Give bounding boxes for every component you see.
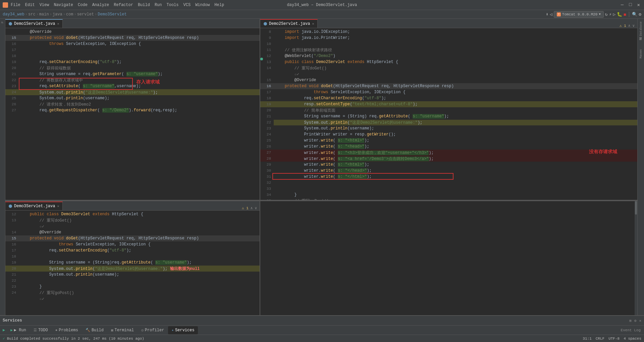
tomcat-dropdown[interactable]: T Tomcat 9.0.0.M20 ▼ [554, 11, 604, 18]
code-line: 26 // 请求转发，转发到Demo2 [5, 101, 260, 107]
breadcrumb-com[interactable]: com [66, 12, 73, 17]
tab-demo3[interactable]: Demo3Servlet.java ✕ [5, 202, 63, 210]
code-line: 34 } [260, 192, 637, 198]
editor-container: Demo1Servlet.java ✕ 存入请求域 [5, 19, 637, 315]
code-line: 10 [260, 41, 637, 47]
menu-build[interactable]: Build [138, 3, 150, 7]
menu-vcs[interactable]: VCS [183, 3, 191, 7]
search-icon[interactable]: 🔍 [632, 12, 637, 17]
event-log-btn[interactable]: Event Log [619, 328, 643, 333]
code-line: 9 import java.io.PrintWriter; [260, 35, 637, 41]
statusbar-left: ✓ Build completed successfully in 2 sec,… [3, 336, 144, 341]
menu-run[interactable]: Run [155, 3, 162, 7]
services-expand-icon[interactable]: ⊞ [629, 319, 632, 323]
breadcrumb-main[interactable]: main [39, 12, 49, 17]
bottom-tabs: ▶ ▶ ▶ Run ☰ TODO ● Problems 🔨 Build ▣ Te… [0, 325, 644, 335]
menu-code[interactable]: Code [78, 3, 88, 7]
back-icon[interactable]: ◁ [550, 12, 552, 17]
project-icon[interactable]: P [1, 21, 4, 23]
code-line: @Override [5, 29, 260, 35]
bottom-tab-build[interactable]: 🔨 Build [82, 326, 107, 334]
services-gear-icon[interactable]: ⚙ [634, 319, 637, 323]
breadcrumb-servlet[interactable]: servlet [77, 12, 94, 17]
menu-edit[interactable]: Edit [25, 3, 35, 7]
bottom-tab-todo[interactable]: ☰ TODO [30, 326, 51, 334]
code-line: 24 PrintWriter writer = resp.getWriter()… [260, 131, 637, 137]
code-line: 21 String username = (String) req.getAtt… [260, 113, 637, 119]
breadcrumb-java[interactable]: java [53, 12, 62, 17]
settings-icon[interactable]: ⚙ [639, 12, 641, 17]
bottom-tab-profiler[interactable]: ◎ Profiler [138, 326, 167, 334]
breadcrumb: day34_web › src › main › java › com › se… [3, 12, 127, 17]
right-bottom-scroll [260, 201, 637, 315]
maximize-btn[interactable]: □ [628, 2, 633, 8]
refresh-icon[interactable]: ↻ [605, 12, 608, 17]
tab-demo1[interactable]: Demo1Servlet.java ✕ [5, 19, 63, 28]
code-line: 20 System.out.println("这是Demo3Servlet的us… [5, 266, 260, 272]
bottom-right-icons: Event Log [619, 328, 643, 333]
code-line: 32 [260, 180, 637, 186]
menu-view[interactable]: View [40, 3, 49, 7]
demo1-tab-label: Demo1Servlet.java [14, 21, 55, 26]
app-logo [3, 2, 8, 8]
code-line: 18 [5, 253, 260, 260]
menu-bar[interactable]: File Edit View Navigate Code Analyze Ref… [11, 3, 224, 7]
menu-analyze[interactable]: Analyze [92, 3, 109, 7]
demo1-tab-close[interactable]: ✕ [57, 22, 59, 26]
menu-help[interactable]: Help [214, 3, 224, 7]
breadcrumb-toolbar: day34_web › src › main › java › com › se… [0, 10, 644, 19]
menu-tools[interactable]: Tools [167, 3, 179, 7]
check-mark [260, 58, 263, 60]
demo2-tab-close[interactable]: ✕ [312, 22, 314, 26]
services-panel-left: Services [3, 318, 22, 323]
minimize-btn[interactable]: — [620, 2, 625, 8]
indent-display: 4 spaces [624, 337, 641, 341]
code-line: 18 [5, 53, 260, 59]
code-line: 26 writer.write( s: "<head>"); [260, 144, 637, 150]
titlebar: File Edit View Navigate Code Analyze Ref… [0, 0, 644, 10]
breadcrumb-project[interactable]: day34_web [3, 12, 24, 17]
no-request-label: 没有存请求域 [589, 149, 617, 155]
menu-refactor[interactable]: Refactor [114, 3, 133, 7]
tab-demo2[interactable]: Demo2Servlet.java ✕ [260, 19, 318, 28]
services-close-icon[interactable]: ✕ [639, 319, 641, 323]
bottom-tab-run[interactable]: ▶ ▶ Run [7, 326, 30, 334]
services-run-btn[interactable]: ▶ [1, 327, 6, 333]
code-line: 25 System.out.println(username); [5, 95, 260, 101]
close-btn[interactable]: ✕ [636, 2, 641, 8]
bottom-tab-services[interactable]: ✦ Services [168, 326, 198, 334]
window-controls[interactable]: — □ ✕ [620, 2, 641, 8]
breadcrumb-src[interactable]: src [28, 12, 36, 17]
bottom-tab-terminal[interactable]: ▣ Terminal [108, 326, 137, 334]
vcs-icon[interactable]: ⬇ [546, 12, 548, 17]
menu-file[interactable]: File [11, 3, 20, 7]
code-line: 19 req.setCharacterEncoding("utf-8"); [5, 59, 260, 65]
build-run-icon[interactable]: ⚡ [609, 12, 612, 17]
left-top-tabbar: Demo1Servlet.java ✕ [5, 19, 260, 28]
build-success-icon: ✓ [3, 336, 5, 341]
code-line: 19 resp.setContentType("text/html;charse… [260, 101, 637, 107]
build-status-text: Build completed successfully in 2 sec, 2… [7, 337, 144, 341]
stop-icon[interactable]: ◼ [624, 12, 626, 17]
menu-window[interactable]: Window [195, 3, 210, 7]
code-line: 17 req.setCharacterEncoding("utf-8"); [5, 247, 260, 253]
code-line: 25 writer.write( s: "<html>"); [260, 137, 637, 144]
statusbar-right: 31:1 CRLF UTF-8 4 spaces [583, 337, 641, 341]
bottom-tab-problems[interactable]: ● Problems [52, 326, 82, 334]
maven-icon[interactable]: Maven [639, 49, 643, 58]
database-icon[interactable]: Database [639, 21, 643, 36]
code-line: 14 @Override [5, 229, 260, 235]
code-line: 12 @WebServlet("/Demo2") [260, 53, 637, 59]
breadcrumb-class[interactable]: Demo3Servlet [98, 12, 126, 17]
services-title: Services [3, 318, 22, 323]
code-line: 31 writer.write( s: "</html>"); [260, 174, 637, 180]
code-line: 18 req.setCharacterEncoding("utf-8"); [260, 95, 637, 101]
run-config-icon[interactable]: ▷ [613, 12, 616, 17]
scrollbar-right[interactable] [635, 201, 637, 315]
code-line: 22 System.out.println("这是Demo2Servlet的us… [260, 119, 637, 125]
code-line: 30 writer.write( s: "</head>"); [260, 168, 637, 174]
code-line: 15 @Override [260, 77, 637, 83]
debug-icon[interactable]: 🐛 [617, 12, 622, 17]
menu-navigate[interactable]: Navigate [54, 3, 73, 7]
demo3-tab-close[interactable]: ✕ [57, 204, 59, 208]
